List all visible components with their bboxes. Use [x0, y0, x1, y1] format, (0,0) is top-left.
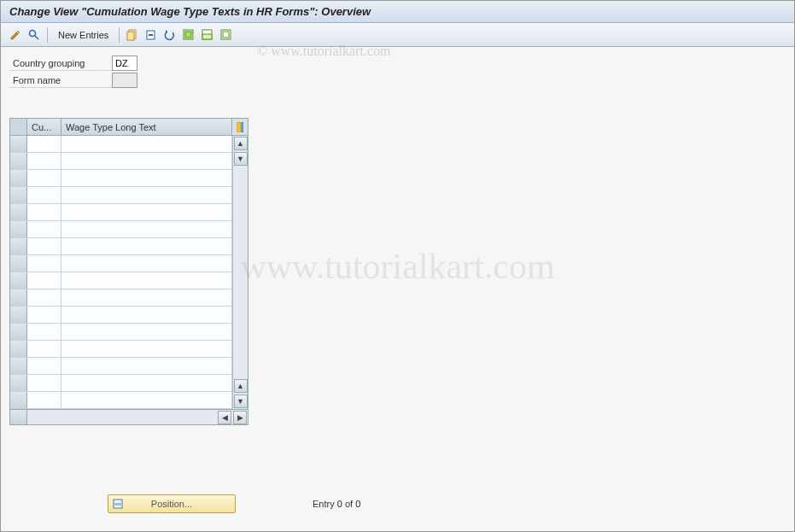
row-selector[interactable]: [10, 187, 27, 203]
horizontal-scrollbar[interactable]: ◀ ▶: [10, 409, 248, 424]
toggle-change-icon[interactable]: [8, 27, 23, 43]
cell-cumulation[interactable]: [27, 392, 61, 408]
cell-wagetype[interactable]: [61, 272, 232, 289]
cell-cumulation[interactable]: [27, 204, 61, 220]
cell-wagetype[interactable]: [61, 341, 232, 357]
row-selector[interactable]: [10, 221, 27, 237]
table-select-all-header[interactable]: [10, 119, 27, 135]
form-name-input[interactable]: [112, 73, 137, 88]
deselect-all-icon[interactable]: [219, 27, 234, 43]
scroll-up-icon[interactable]: ▲: [234, 137, 248, 150]
cell-wagetype[interactable]: [61, 170, 232, 186]
cell-cumulation[interactable]: [27, 307, 61, 323]
row-selector[interactable]: [10, 255, 27, 272]
table-row[interactable]: [10, 238, 232, 255]
svg-rect-12: [237, 122, 241, 132]
country-grouping-row: Country grouping: [9, 56, 786, 71]
cell-cumulation[interactable]: [27, 375, 61, 391]
position-icon: [112, 498, 124, 510]
table-config-icon[interactable]: [232, 119, 248, 135]
undo-icon[interactable]: [162, 27, 178, 43]
cell-cumulation[interactable]: [27, 341, 61, 357]
other-view-icon[interactable]: [26, 27, 42, 43]
wage-type-table: Cu... Wage Type Long Text ▲ ▼ ▲ ▼ ◀ ▶: [9, 118, 248, 425]
cell-cumulation[interactable]: [27, 170, 61, 186]
select-all-icon[interactable]: [181, 27, 196, 43]
scroll-down-step-icon[interactable]: ▼: [234, 152, 248, 166]
cell-cumulation[interactable]: [27, 324, 61, 340]
row-selector[interactable]: [10, 170, 27, 186]
row-selector[interactable]: [10, 153, 27, 169]
cell-cumulation[interactable]: [27, 272, 61, 289]
row-selector[interactable]: [10, 204, 27, 220]
cell-wagetype[interactable]: [61, 221, 232, 237]
table-row[interactable]: [10, 324, 232, 341]
table-row[interactable]: [10, 170, 232, 187]
table-body: ▲ ▼ ▲ ▼: [10, 136, 248, 409]
cell-cumulation[interactable]: [27, 238, 61, 254]
table-row[interactable]: [10, 255, 232, 272]
cell-cumulation[interactable]: [27, 136, 61, 152]
row-selector[interactable]: [10, 136, 27, 152]
row-selector[interactable]: [10, 238, 27, 254]
cell-wagetype[interactable]: [61, 238, 232, 254]
position-button[interactable]: Position...: [108, 494, 236, 513]
table-row[interactable]: [10, 272, 232, 289]
table-row[interactable]: [10, 221, 232, 238]
copy-as-icon[interactable]: [125, 27, 140, 43]
scroll-down-icon[interactable]: ▼: [234, 395, 248, 408]
row-selector[interactable]: [10, 307, 27, 323]
table-row[interactable]: [10, 307, 232, 324]
cell-wagetype[interactable]: [61, 324, 232, 340]
country-grouping-input[interactable]: [112, 56, 137, 71]
cell-cumulation[interactable]: [27, 289, 61, 306]
cell-wagetype[interactable]: [61, 289, 232, 306]
row-selector[interactable]: [10, 324, 27, 340]
select-block-icon[interactable]: [200, 27, 215, 43]
cell-cumulation[interactable]: [27, 187, 61, 203]
cell-wagetype[interactable]: [61, 392, 232, 408]
table-row[interactable]: [10, 204, 232, 221]
hscroll-track[interactable]: ◀ ▶: [27, 410, 248, 424]
cell-cumulation[interactable]: [27, 221, 61, 237]
table-row[interactable]: [10, 153, 232, 170]
table-col-cumulation[interactable]: Cu...: [27, 119, 61, 135]
scroll-left-icon[interactable]: ◀: [218, 411, 231, 424]
form-name-label: Form name: [9, 73, 112, 88]
table-row[interactable]: [10, 358, 232, 375]
scroll-right-icon[interactable]: ▶: [233, 411, 247, 424]
cell-wagetype[interactable]: [61, 187, 232, 203]
scroll-up-step-icon[interactable]: ▲: [234, 379, 248, 393]
cell-wagetype[interactable]: [61, 307, 232, 323]
table-col-wagetype[interactable]: Wage Type Long Text: [61, 119, 232, 135]
row-selector[interactable]: [10, 289, 27, 306]
footer-row: Position... Entry 0 of 0: [9, 494, 360, 513]
table-row[interactable]: [10, 392, 232, 409]
row-selector[interactable]: [10, 392, 27, 408]
table-row[interactable]: [10, 289, 232, 307]
country-grouping-label: Country grouping: [9, 56, 112, 71]
delete-icon[interactable]: [143, 27, 159, 43]
row-selector[interactable]: [10, 341, 27, 357]
row-selector[interactable]: [10, 375, 27, 391]
scroll-track[interactable]: [233, 167, 248, 378]
cell-wagetype[interactable]: [61, 204, 232, 220]
table-row[interactable]: [10, 136, 232, 153]
table-row[interactable]: [10, 375, 232, 392]
cell-wagetype[interactable]: [61, 153, 232, 169]
svg-rect-5: [149, 34, 153, 36]
svg-rect-9: [202, 34, 212, 39]
cell-wagetype[interactable]: [61, 136, 232, 152]
cell-wagetype[interactable]: [61, 375, 232, 391]
new-entries-button[interactable]: New Entries: [53, 30, 114, 40]
cell-cumulation[interactable]: [27, 255, 61, 272]
cell-wagetype[interactable]: [61, 255, 232, 272]
vertical-scrollbar[interactable]: ▲ ▼ ▲ ▼: [232, 136, 248, 409]
row-selector[interactable]: [10, 358, 27, 374]
cell-cumulation[interactable]: [27, 358, 61, 374]
table-row[interactable]: [10, 341, 232, 358]
row-selector[interactable]: [10, 272, 27, 289]
table-row[interactable]: [10, 187, 232, 204]
cell-cumulation[interactable]: [27, 153, 61, 169]
cell-wagetype[interactable]: [61, 358, 232, 374]
